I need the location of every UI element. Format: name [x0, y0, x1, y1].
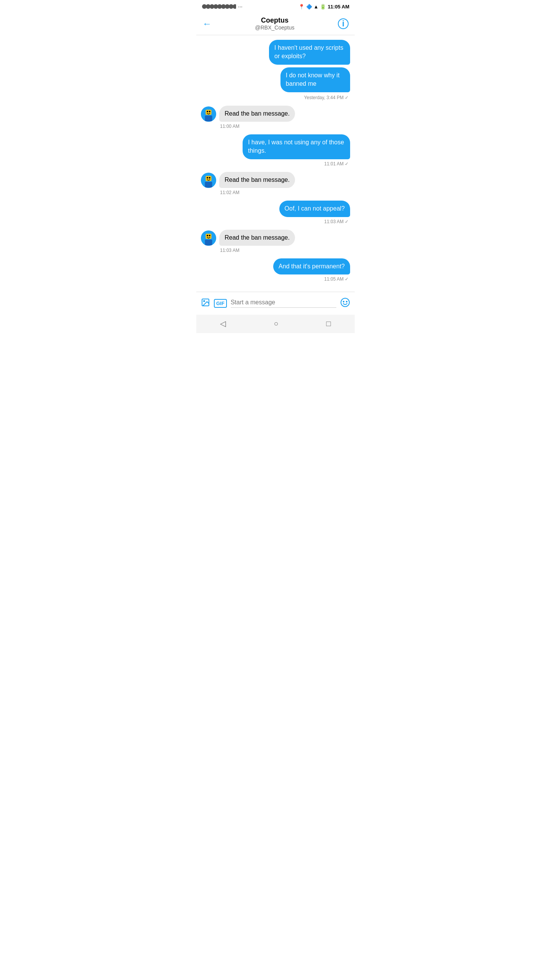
svg-rect-13: [209, 111, 210, 112]
svg-rect-17: [207, 177, 208, 179]
contact-name: Coeptus: [212, 16, 338, 24]
clock: 11:05 AM: [328, 4, 349, 10]
back-button[interactable]: ←: [202, 19, 212, 28]
message-input[interactable]: [231, 299, 336, 308]
message-row: I have, I was not using any of those thi…: [201, 134, 350, 159]
gif-icon[interactable]: GIF: [214, 299, 227, 308]
notification-icons: ···: [202, 3, 243, 10]
contact-info: Coeptus @RBX_Coeptus: [212, 16, 338, 31]
message-timestamp: 11:05 AM ✓: [201, 276, 350, 282]
read-checkmark: ✓: [345, 219, 349, 224]
avatar: [201, 106, 216, 122]
received-bubble: Read the ban message.: [219, 172, 295, 188]
message-timestamp: 11:00 AM: [201, 124, 350, 129]
navigation-bar: ◁ ○ □: [196, 315, 355, 333]
chat-header: ← Coeptus @RBX_Coeptus i: [196, 12, 355, 35]
svg-point-27: [343, 301, 344, 302]
read-checkmark: ✓: [345, 276, 349, 282]
svg-point-28: [346, 301, 347, 302]
avatar: [201, 173, 216, 188]
recent-nav-button[interactable]: □: [326, 319, 331, 328]
message-row: Oof, I can not appeal?: [201, 201, 350, 217]
message-timestamp: Yesterday, 3:44 PM ✓: [201, 95, 350, 100]
received-bubble: Read the ban message.: [219, 106, 295, 122]
received-bubble: Read the ban message.: [219, 230, 295, 246]
message-row: Read the ban message.: [201, 172, 350, 188]
message-input-bar: GIF: [196, 292, 355, 315]
message-row: I do not know why it banned me: [253, 67, 350, 92]
message-timestamp: 11:01 AM ✓: [201, 161, 350, 167]
svg-rect-15: [205, 182, 212, 188]
message-group-1: I haven't used any scripts or exploits? …: [201, 40, 350, 103]
sent-bubble: And that it's permanent?: [273, 258, 350, 274]
message-row: Read the ban message.: [201, 230, 350, 246]
info-button[interactable]: i: [338, 18, 349, 29]
svg-rect-23: [209, 235, 210, 236]
svg-rect-10: [205, 116, 212, 121]
message-row: And that it's permanent?: [201, 258, 350, 274]
message-timestamp: 11:03 AM: [201, 248, 350, 253]
sent-bubble: I haven't used any scripts or exploits?: [269, 40, 350, 65]
emoji-icon[interactable]: [340, 297, 350, 310]
system-icons: 📍 🔷 ▲ 🔋 11:05 AM: [298, 4, 349, 10]
sent-bubbles-1: I haven't used any scripts or exploits? …: [201, 40, 350, 93]
read-checkmark: ✓: [345, 161, 349, 167]
svg-point-26: [341, 298, 349, 307]
svg-rect-18: [209, 177, 210, 179]
message-row: Read the ban message.: [201, 106, 350, 122]
message-group-2: Read the ban message. 11:00 AM: [201, 106, 350, 131]
svg-rect-22: [207, 235, 208, 236]
message-timestamp: 11:03 AM ✓: [201, 219, 350, 224]
sent-bubble: I do not know why it banned me: [280, 67, 350, 92]
sent-bubble: Oof, I can not appeal?: [279, 201, 350, 217]
svg-point-8: [233, 4, 236, 9]
sent-bubble: I have, I was not using any of those thi…: [243, 134, 350, 159]
status-bar: ··· 📍 🔷 ▲ 🔋 11:05 AM: [196, 0, 355, 12]
back-nav-button[interactable]: ◁: [220, 319, 226, 328]
message-group-3: I have, I was not using any of those thi…: [201, 134, 350, 169]
message-group-4: Read the ban message. 11:02 AM: [201, 172, 350, 198]
message-timestamp: 11:02 AM: [201, 190, 350, 195]
message-row: I haven't used any scripts or exploits?: [238, 40, 350, 65]
message-group-6: Read the ban message. 11:03 AM: [201, 230, 350, 255]
image-attach-icon[interactable]: [201, 298, 210, 309]
avatar: [201, 230, 216, 246]
svg-rect-12: [207, 111, 208, 112]
svg-point-25: [204, 301, 205, 302]
message-group-5: Oof, I can not appeal? 11:03 AM ✓: [201, 201, 350, 226]
read-checkmark: ✓: [345, 95, 349, 100]
contact-handle: @RBX_Coeptus: [212, 24, 338, 31]
svg-rect-20: [205, 240, 212, 245]
message-group-7: And that it's permanent? 11:05 AM ✓: [201, 258, 350, 284]
chat-area: I haven't used any scripts or exploits? …: [196, 35, 355, 292]
home-nav-button[interactable]: ○: [274, 319, 278, 328]
